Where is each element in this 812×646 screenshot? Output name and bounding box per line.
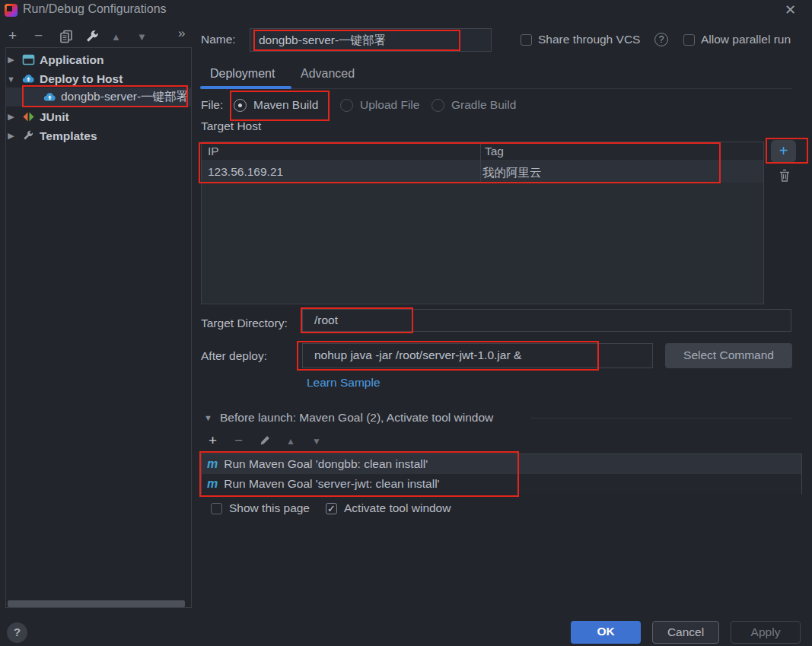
- cell-ip: 123.56.169.21: [208, 165, 283, 179]
- share-through-vcs-label: Share through VCS: [538, 33, 640, 46]
- move-down-icon[interactable]: ▼: [137, 31, 147, 43]
- activate-tool-window-checkbox[interactable]: ✓: [326, 503, 337, 514]
- remove-configuration-button[interactable]: −: [34, 27, 43, 44]
- target-directory-value: /root: [314, 313, 338, 327]
- tree-item-label: JUnit: [40, 110, 69, 124]
- tab-deployment[interactable]: Deployment: [210, 67, 275, 81]
- target-directory-input[interactable]: [302, 309, 791, 332]
- learn-sample-link[interactable]: Learn Sample: [307, 376, 381, 390]
- maven-build-label[interactable]: Maven Build: [253, 98, 318, 112]
- tree-item-dongbb-server-selected[interactable]: dongbb-server-一键部署: [6, 88, 191, 107]
- expand-arrow-icon[interactable]: ▶: [6, 55, 16, 65]
- cloud-upload-icon: [43, 91, 56, 103]
- edit-defaults-wrench-icon[interactable]: [84, 29, 100, 47]
- move-up-icon[interactable]: ▲: [111, 31, 121, 43]
- tab-advanced[interactable]: Advanced: [301, 67, 355, 81]
- maven-icon: m: [207, 477, 218, 491]
- wrench-icon: [22, 129, 35, 142]
- tree-item-label: Application: [40, 53, 103, 67]
- allow-parallel-run-checkbox[interactable]: [683, 34, 695, 46]
- more-actions-icon[interactable]: »: [178, 26, 185, 41]
- name-label: Name:: [201, 33, 236, 46]
- horizontal-scrollbar[interactable]: [8, 600, 185, 607]
- list-item[interactable]: m Run Maven Goal 'server-jwt: clean inst…: [202, 474, 801, 494]
- add-configuration-button[interactable]: +: [8, 27, 17, 44]
- close-icon[interactable]: ✕: [785, 2, 796, 18]
- cancel-button[interactable]: Cancel: [652, 621, 719, 644]
- list-item-label: Run Maven Goal 'server-jwt: clean instal…: [224, 477, 439, 491]
- before-launch-divider: [530, 418, 792, 418]
- gradle-build-radio[interactable]: [431, 99, 444, 112]
- application-icon: [22, 53, 35, 66]
- after-deploy-label: After deploy:: [201, 349, 267, 363]
- tree-item-label: Deploy to Host: [40, 72, 123, 86]
- show-this-page-label: Show this page: [229, 501, 310, 515]
- collapse-arrow-icon[interactable]: ▼: [6, 75, 16, 84]
- select-command-button[interactable]: Select Command: [665, 343, 792, 368]
- share-through-vcs-checkbox[interactable]: [521, 34, 532, 46]
- expand-arrow-icon[interactable]: ▶: [6, 131, 16, 141]
- column-divider: [480, 142, 481, 183]
- app-logo-icon: [5, 4, 18, 17]
- upload-file-radio[interactable]: [340, 99, 353, 112]
- before-launch-collapse-icon[interactable]: ▼: [204, 413, 212, 422]
- add-host-button[interactable]: +: [771, 140, 796, 163]
- show-this-page-checkbox[interactable]: [211, 503, 222, 514]
- copy-configuration-icon[interactable]: [59, 30, 73, 46]
- file-label: File:: [201, 98, 223, 112]
- before-launch-list: m Run Maven Goal 'dongbb: clean install'…: [201, 453, 802, 494]
- cloud-upload-icon: [22, 72, 35, 85]
- before-launch-move-up-icon[interactable]: ▲: [286, 436, 295, 447]
- apply-button[interactable]: Apply: [731, 621, 801, 644]
- gradle-build-label[interactable]: Gradle Build: [451, 98, 516, 112]
- target-host-label: Target Host: [201, 119, 261, 133]
- column-header-ip: IP: [208, 145, 219, 158]
- run-debug-configurations-dialog: Run/Debug Configurations ✕ + − ▲ ▼ » ▶ A…: [0, 0, 812, 646]
- expand-arrow-icon[interactable]: ▶: [6, 112, 16, 122]
- delete-host-icon[interactable]: [775, 168, 794, 188]
- junit-icon: [22, 110, 35, 123]
- tree-item-junit[interactable]: ▶ JUnit: [6, 107, 191, 126]
- before-launch-edit-icon[interactable]: [260, 434, 271, 449]
- tree-item-label: Templates: [40, 129, 97, 143]
- target-host-table[interactable]: IP Tag 123.56.169.21 我的阿里云: [201, 142, 764, 304]
- before-launch-add-icon[interactable]: +: [209, 432, 217, 449]
- after-deploy-value: nohup java -jar /root/server-jwt-1.0.jar…: [314, 348, 521, 362]
- active-tab-underline: [200, 86, 291, 89]
- activate-tool-window-label: Activate tool window: [344, 501, 451, 515]
- tree-item-deploy-to-host[interactable]: ▼ Deploy to Host: [6, 69, 191, 88]
- maven-icon: m: [207, 457, 218, 471]
- cell-tag: 我的阿里云: [482, 165, 542, 181]
- upload-file-label[interactable]: Upload File: [360, 98, 419, 112]
- vcs-help-icon[interactable]: ?: [654, 33, 668, 46]
- tree-item-label: dongbb-server-一键部署: [61, 89, 188, 105]
- column-header-tag: Tag: [485, 145, 504, 158]
- maven-build-radio[interactable]: [234, 99, 247, 112]
- help-button[interactable]: ?: [7, 622, 27, 643]
- ok-button[interactable]: OK: [571, 621, 641, 644]
- name-value: dongbb-server-一键部署: [259, 33, 386, 49]
- before-launch-title: Before launch: Maven Goal (2), Activate …: [220, 411, 493, 425]
- target-directory-label: Target Directory:: [201, 317, 288, 330]
- tree-item-templates[interactable]: ▶ Templates: [6, 126, 191, 145]
- table-header-row: IP Tag: [202, 142, 763, 161]
- table-row[interactable]: 123.56.169.21 我的阿里云: [202, 162, 763, 183]
- before-launch-move-down-icon[interactable]: ▼: [312, 436, 321, 447]
- list-item-label: Run Maven Goal 'dongbb: clean install': [224, 457, 428, 471]
- allow-parallel-run-label: Allow parallel run: [701, 33, 791, 46]
- window-title: Run/Debug Configurations: [23, 2, 167, 16]
- before-launch-remove-icon[interactable]: −: [234, 432, 243, 449]
- tree-item-application[interactable]: ▶ Application: [6, 50, 191, 69]
- list-item[interactable]: m Run Maven Goal 'dongbb: clean install': [202, 454, 801, 474]
